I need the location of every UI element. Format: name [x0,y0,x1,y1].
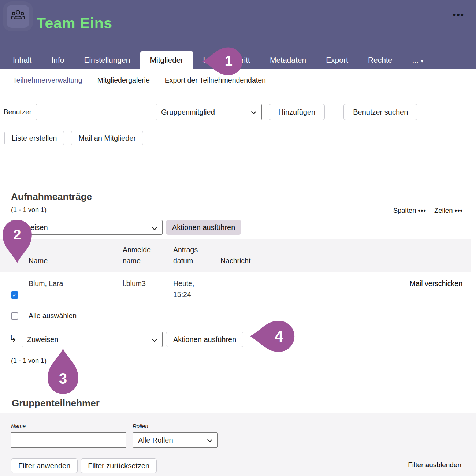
subnav-export-teilnehmendendaten[interactable]: Export der Teilnehmendendaten [165,76,266,86]
add-user-button[interactable]: Hinzufügen [269,104,325,120]
svg-text:4: 4 [275,328,283,345]
tab-einstellungen[interactable]: Einstellungen [74,51,140,69]
bottom-action-select-value: Zuweisen [27,335,59,344]
people-group-icon [10,8,26,25]
role-select-value: Gruppenmitglied [161,108,215,116]
select-all-checkbox[interactable] [11,312,18,320]
member-actions-row: Liste erstellen Mail an Mitglieder [0,131,476,145]
rows-menu[interactable]: Zeilen ••• [434,207,463,215]
apply-filter-button[interactable]: Filter anwenden [11,458,78,473]
tab-export[interactable]: Export [316,51,358,69]
header-message: Nachricht [220,255,330,266]
row-login: l.blum3 [123,278,173,289]
page-title: Team Eins [37,15,112,32]
divider [427,97,427,127]
row-date: Heute, 15:24 [173,278,220,300]
page: Team Eins ••• Inhalt Info Einstellungen … [0,0,476,476]
content: Teilnehmerverwaltung Mitgliedergalerie E… [0,69,476,476]
table-utils: Spalten ••• Zeilen ••• [393,207,463,215]
top-execute-actions-button[interactable]: Aktionen ausführen [166,220,241,235]
requests-heading: Aufnahmeanträge [11,191,476,202]
filter-name-input[interactable] [11,432,126,448]
requests-section: Aufnahmeanträge (1 - 1 von 1) Spalten ••… [0,191,476,365]
tab-more-label: ... [412,56,419,64]
tab-info[interactable]: Info [41,51,74,69]
header-login: Anmelde- name [123,244,173,266]
filter-panel: Name Rollen Alle Rollen Filter anwenden … [0,413,476,476]
participants-heading: Gruppenteilnehmer [12,398,476,409]
subnav-mitgliedergalerie[interactable]: Mitgliedergalerie [97,76,150,86]
callout-marker-2: 2 [3,220,32,263]
hide-filter-link[interactable]: Filter ausblenden [408,461,461,469]
filter-grid: Name Rollen Alle Rollen [11,423,476,448]
svg-text:2: 2 [13,227,21,242]
chevron-down-icon [207,437,212,442]
columns-label: Spalten [393,207,416,214]
svg-text:3: 3 [59,371,67,387]
chevron-down-icon [251,109,256,114]
group-avatar [7,5,29,28]
tab-mitglieder[interactable]: Mitglieder [140,51,193,69]
add-member-row: Benutzer Gruppenmitglied Hinzufügen Benu… [0,104,476,120]
header-name: Name [23,255,123,266]
benutzer-input[interactable] [36,104,149,120]
row-mail-link[interactable]: Mail verschicken [330,278,471,289]
benutzer-label: Benutzer [4,108,31,116]
reset-filter-button[interactable]: Filter zurücksetzen [81,458,157,473]
ellipsis-icon: ••• [418,207,426,214]
filter-roles-value: Alle Rollen [138,436,173,445]
table-row: ✓ Blum, Lara l.blum3 Heute, 15:24 Mail v… [0,272,471,304]
more-options-icon[interactable]: ••• [453,10,464,20]
svg-text:1: 1 [225,53,233,69]
row-checkbox-cell: ✓ [0,278,23,300]
chevron-down-icon: ▾ [421,57,424,64]
tab-more[interactable]: ...▾ [402,51,433,69]
chevron-down-icon [152,337,157,342]
callout-marker-4: 4 [250,319,295,354]
filter-buttons: Filter anwenden Filter zurücksetzen [11,458,476,473]
top-action-select[interactable]: Zuweisen [11,220,163,235]
callout-marker-3: 3 [47,349,79,394]
bottom-execute-actions-button[interactable]: Aktionen ausführen [166,332,243,347]
filter-name-label: Name [11,423,126,429]
select-all-row: Alle auswählen [0,312,476,320]
requests-table: Name Anmelde- name Antrags- datum Nachri… [0,239,471,304]
columns-menu[interactable]: Spalten ••• [393,207,426,215]
participants-section: Gruppenteilnehmer Name Rollen Alle Rolle… [0,398,476,476]
requests-count-bottom: (1 - 1 von 1) [11,357,476,365]
apply-to-selection-icon: ↳ [7,333,18,344]
search-users-button[interactable]: Benutzer suchen [343,104,417,120]
bottom-action-select[interactable]: Zuweisen [22,332,163,347]
callout-marker-1: 1 [202,47,243,76]
header-date: Antrags- datum [173,244,220,266]
top-actions-row: Zuweisen Aktionen ausführen [11,220,476,235]
chevron-down-icon [152,225,157,230]
ellipsis-icon: ••• [455,207,463,214]
divider [334,97,334,127]
bottom-actions-row: ↳ Zuweisen Aktionen ausführen [0,332,476,347]
role-select[interactable]: Gruppenmitglied [156,104,262,120]
tab-rechte[interactable]: Rechte [358,51,402,69]
mail-members-button[interactable]: Mail an Mitglieder [71,131,143,145]
create-list-button[interactable]: Liste erstellen [4,131,64,145]
filter-roles-select[interactable]: Alle Rollen [133,432,218,448]
table-header-row: Name Anmelde- name Antrags- datum Nachri… [0,239,471,272]
subnav-teilnehmerverwaltung[interactable]: Teilnehmerverwaltung [13,76,82,86]
row-name: Blum, Lara [23,278,123,289]
rows-label: Zeilen [434,207,453,214]
tab-metadaten[interactable]: Metadaten [260,51,316,69]
row-checkbox-checked[interactable]: ✓ [11,291,18,299]
tab-inhalt[interactable]: Inhalt [3,51,41,69]
select-all-label: Alle auswählen [29,312,77,320]
filter-roles-label: Rollen [133,423,218,429]
